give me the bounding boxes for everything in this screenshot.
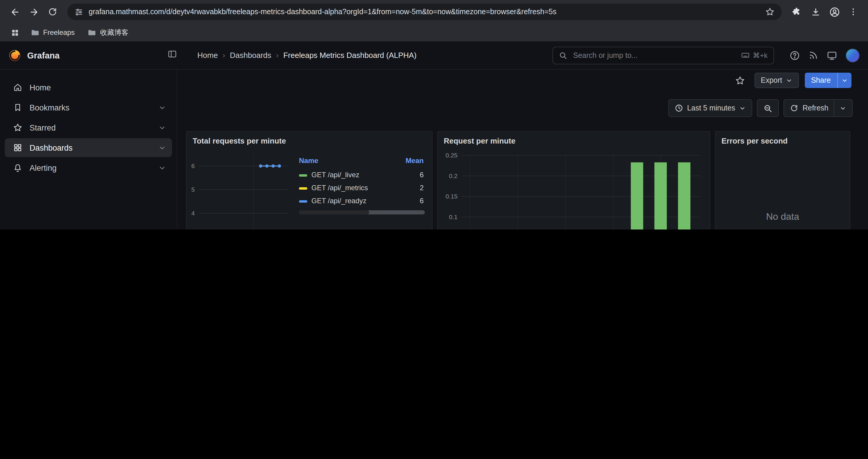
svg-text:5: 5 [191,186,195,193]
divider [834,100,834,117]
refresh-icon[interactable] [790,104,798,112]
sidebar-item-starred[interactable]: Starred [5,118,172,137]
news-rss-icon[interactable] [808,50,818,60]
apps-grid-button[interactable] [7,25,23,40]
profile-button[interactable] [826,3,843,21]
svg-text:0.15: 0.15 [445,193,458,200]
browser-menu-button[interactable] [844,3,862,21]
scrollbar-thumb[interactable] [299,210,370,215]
svg-text:0.25: 0.25 [445,152,458,159]
grafana-header: Grafana Home › Dashboards › Freeleaps Me… [0,41,868,70]
share-button-group: Share [804,73,851,88]
breadcrumb-home[interactable]: Home [197,51,218,60]
keyboard-icon [741,51,750,60]
share-button[interactable]: Share [804,73,837,88]
grafana-logo[interactable] [8,49,21,62]
tv-kiosk-icon[interactable] [827,50,837,61]
clock-icon [675,104,683,112]
bookmarks-bar: Freeleaps 收藏博客 [0,24,868,41]
reload-button[interactable] [44,3,61,21]
panel-header[interactable]: Request per minute [438,132,710,150]
chevron-down-icon[interactable] [840,105,846,111]
sidebar-item-alerting[interactable]: Alerting [5,158,172,177]
reload-icon [48,7,57,17]
series-mean: 6 [394,168,425,182]
legend-scrollbar[interactable] [299,210,425,215]
back-button[interactable] [6,3,24,21]
sidebar-item-bookmarks[interactable]: Bookmarks [5,98,172,117]
chevron-down-icon[interactable] [158,104,166,111]
series-name: GET /api/_readyz [311,197,366,205]
user-avatar[interactable] [845,48,860,62]
browser-toolbar: grafana.mathmast.com/d/deytv4rwavabkb/fr… [0,0,868,24]
panel-header[interactable]: Errors per second [716,132,850,150]
share-menu-button[interactable] [837,73,851,88]
bookmark-star-icon[interactable] [765,7,775,17]
forward-button[interactable] [25,3,42,21]
sidebar-item-home[interactable]: Home [5,78,172,97]
panel-body: 0.250.20.150.10.05017:37:0017:38:0017:39… [438,150,710,230]
svg-text:6: 6 [191,162,195,169]
bookmark-icon [13,103,23,112]
star-icon [13,123,23,132]
zoom-out-time-button[interactable] [757,99,779,117]
address-bar[interactable]: grafana.mathmast.com/d/deytv4rwavabkb/fr… [67,4,782,20]
chevron-down-icon [841,77,848,84]
kebab-menu-icon [848,7,858,17]
extensions-button[interactable] [788,3,805,21]
site-settings-icon[interactable] [74,7,83,16]
bookmark-folder-freeleaps[interactable]: Freeleaps [26,26,80,39]
sidebar-item-label: Dashboards [30,143,73,152]
bookmark-label: 收藏博客 [100,28,128,37]
chevron-down-icon[interactable] [158,144,166,152]
dashboard-canvas: Last 5 minutes Refresh Total r [177,91,868,230]
downloads-button[interactable] [807,3,824,21]
apps-grid-icon [10,28,19,37]
legend-row[interactable]: GET /api/_readyz 6 [299,194,425,207]
header-icons [789,48,860,62]
folder-icon [88,28,97,37]
series-name: GET /api/_metrics [311,184,368,192]
panel-body: 6543217:40 Name Mean GET /api [187,150,432,230]
profile-icon [829,6,840,18]
panel-title: Request per minute [444,136,516,145]
panel-title: Total requests per minute [193,136,286,145]
panel-header[interactable]: Total requests per minute [187,132,432,150]
legend-table: Name Mean GET /api/_livez 6 GET [299,155,425,207]
legend-row[interactable]: GET /api/_metrics 2 [299,182,425,194]
bookmark-folder-blogs[interactable]: 收藏博客 [83,26,133,39]
legend-header-mean[interactable]: Mean [394,155,425,168]
refresh-label[interactable]: Refresh [802,104,829,112]
legend-row[interactable]: GET /api/_livez 6 [299,168,425,182]
time-range-picker[interactable]: Last 5 minutes [668,99,752,117]
screen: grafana.mathmast.com/d/deytv4rwavabkb/fr… [0,0,868,230]
total-requests-chart[interactable]: 6543217:40 [190,151,292,230]
back-icon [10,7,20,17]
series-swatch [299,174,307,177]
svg-text:4: 4 [191,210,195,217]
series-mean: 2 [394,182,425,194]
bookmark-label: Freeleaps [43,28,75,37]
chevron-down-icon [785,77,792,84]
brand-name: Grafana [27,51,60,60]
export-button[interactable]: Export [754,73,799,88]
sidebar-item-dashboards[interactable]: Dashboards [5,138,172,157]
search-input[interactable] [572,51,736,60]
share-label: Share [811,76,831,85]
search-box[interactable]: ⌘+k [553,46,774,64]
request-per-minute-chart[interactable]: 0.250.20.150.10.05017:37:0017:38:0017:39… [441,151,704,230]
chevron-down-icon[interactable] [158,164,166,172]
favorite-dashboard-button[interactable] [732,73,748,88]
export-label: Export [761,76,782,85]
legend-header-name[interactable]: Name [299,155,394,168]
breadcrumb-dashboards[interactable]: Dashboards [230,51,271,60]
legend: Name Mean GET /api/_livez 6 GET [292,151,426,230]
chevron-down-icon[interactable] [158,124,166,131]
dashboard-actions-bar: Export Share [177,70,868,91]
refresh-button-group: Refresh [783,99,852,117]
search-icon [559,51,567,59]
help-icon[interactable] [789,50,800,61]
folder-icon [31,28,39,37]
sidebar-toggle-button[interactable] [167,49,177,61]
sidebar-item-label: Starred [30,123,56,132]
